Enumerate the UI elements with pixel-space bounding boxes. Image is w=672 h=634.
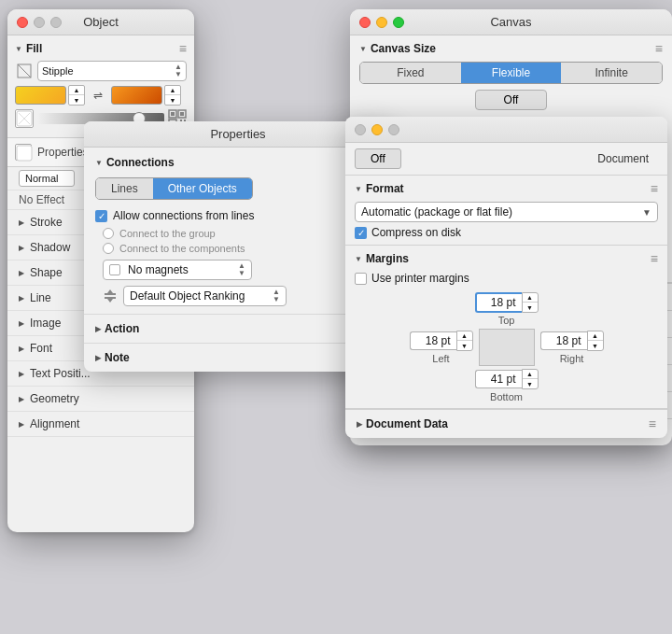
use-printer-label: Use printer margins [371, 272, 469, 285]
margins-menu-icon[interactable]: ≡ [651, 251, 658, 266]
top-up[interactable]: ▲ [523, 293, 538, 303]
bottom-value: 41 pt [491, 373, 516, 386]
object-window-title: Object [83, 15, 119, 29]
use-printer-row: Use printer margins [355, 272, 658, 285]
fill-type-value: Stipple [42, 65, 74, 77]
left-stepper: ▲ ▼ [456, 331, 473, 351]
normal-select[interactable]: Normal [19, 170, 75, 187]
sidebar-item-geometry[interactable]: ▶ Geometry [7, 387, 194, 412]
doc-data-menu-icon[interactable]: ≡ [649, 416, 656, 431]
format-close[interactable] [355, 124, 366, 135]
no-effect-label: No Effect [19, 193, 64, 206]
format-dropdown[interactable]: Automatic (package or flat file) ▼ [355, 202, 658, 222]
image-label: Image [30, 317, 61, 330]
compress-checkbox[interactable]: ✓ [355, 227, 367, 239]
format-minimize[interactable] [371, 124, 383, 135]
sidebar-item-alignment[interactable]: ▶ Alignment [7, 412, 194, 437]
allow-connections-checkbox[interactable]: ✓ [95, 210, 107, 222]
margins-section: ▼ Margins ≡ Use printer margins 18 pt ▲ … [345, 246, 667, 409]
margins-triangle: ▼ [355, 255, 362, 263]
connect-group-label: Connect to the group [119, 228, 216, 239]
doc-data-text: Document Data [366, 417, 448, 430]
left-down[interactable]: ▼ [457, 341, 472, 350]
format-titlebar [345, 117, 667, 143]
document-data-row[interactable]: ▶ Document Data ≡ [345, 409, 667, 438]
tab-other-objects[interactable]: Other Objects [153, 178, 252, 199]
magnets-select[interactable]: No magnets ▲▼ [103, 260, 252, 280]
bottom-up[interactable]: ▲ [523, 370, 538, 379]
bottom-down[interactable]: ▼ [523, 379, 538, 388]
compress-row: ✓ Compress on disk [355, 226, 658, 239]
properties-icon [15, 144, 32, 161]
canvas-off-button[interactable]: Off [475, 90, 548, 110]
fill-menu-icon[interactable]: ≡ [179, 41, 187, 56]
top-down[interactable]: ▼ [523, 303, 538, 312]
magnets-row: No magnets ▲▼ [95, 260, 381, 280]
canvas-size-label: Canvas Size [371, 42, 436, 55]
off-btn[interactable]: Off [355, 148, 401, 169]
note-text: Note [105, 351, 130, 364]
right-swatch-down[interactable]: ▼ [165, 95, 180, 105]
color-swatch-left[interactable] [15, 86, 66, 105]
right-stepper: ▲ ▼ [587, 331, 604, 351]
connect-group-radio[interactable] [103, 228, 114, 239]
right-down[interactable]: ▼ [588, 341, 603, 350]
minimize-button[interactable] [34, 17, 45, 28]
ranking-select[interactable]: Default Object Ranking ▲▼ [123, 286, 287, 306]
fill-type-select[interactable]: Stipple ▲▼ [37, 61, 187, 81]
left-input-row: 18 pt ▲ ▼ [410, 331, 473, 351]
format-maximize[interactable] [388, 124, 399, 135]
note-label: ▶ Note [95, 351, 130, 364]
left-swatch-group: ▲ ▼ [15, 85, 85, 106]
magnets-checkbox[interactable] [109, 264, 120, 275]
swap-colors-icon[interactable]: ⇌ [89, 86, 107, 105]
top-value: 18 pt [491, 296, 516, 309]
svg-rect-16 [105, 293, 116, 295]
close-button[interactable] [17, 17, 28, 28]
bottom-margin-input[interactable]: 41 pt [475, 370, 522, 388]
left-swatch-down[interactable]: ▼ [69, 95, 84, 105]
format-menu-icon[interactable]: ≡ [651, 181, 658, 196]
connect-components-radio[interactable] [103, 243, 114, 254]
action-label: ▶ Action [95, 322, 139, 335]
stroke-label: Stroke [30, 216, 63, 229]
svg-marker-18 [107, 289, 113, 293]
svg-rect-8 [171, 112, 175, 116]
image-triangle: ▶ [19, 319, 24, 328]
maximize-button[interactable] [50, 17, 62, 28]
tab-lines[interactable]: Lines [96, 178, 153, 199]
svg-line-1 [18, 64, 31, 77]
right-swatch-up[interactable]: ▲ [165, 86, 180, 95]
left-up[interactable]: ▲ [457, 331, 472, 341]
left-swatch-stepper: ▲ ▼ [68, 85, 85, 106]
canvas-window-title: Canvas [490, 15, 531, 29]
left-value: 18 pt [426, 334, 451, 347]
canvas-maximize-button[interactable] [393, 17, 404, 28]
doc-data-triangle: ▶ [357, 420, 362, 429]
right-up[interactable]: ▲ [588, 331, 603, 341]
canvas-size-triangle: ▼ [359, 45, 367, 53]
top-input-row: 18 pt ▲ ▼ [475, 292, 539, 313]
tab-infinite[interactable]: Infinite [561, 63, 662, 83]
canvas-size-tabs: Fixed Flexible Infinite [359, 62, 663, 84]
color-swatch-right[interactable] [111, 86, 162, 105]
top-margin-input[interactable]: 18 pt [475, 292, 522, 313]
document-label: Document [597, 152, 658, 165]
canvas-minimize-button[interactable] [376, 17, 387, 28]
canvas-traffic-lights [359, 17, 404, 28]
use-printer-checkbox[interactable] [355, 273, 367, 285]
font-label: Font [30, 342, 52, 355]
document-data-label: ▶ Document Data [357, 417, 448, 430]
tab-flexible[interactable]: Flexible [461, 63, 562, 83]
canvas-size-menu[interactable]: ≡ [655, 41, 663, 56]
left-swatch-up[interactable]: ▲ [69, 86, 84, 95]
canvas-size-title: ▼ Canvas Size [359, 42, 436, 55]
allow-connections-row: ✓ Allow connections from lines [95, 209, 381, 222]
right-margin-input[interactable]: 18 pt [540, 331, 587, 350]
action-text: Action [105, 322, 139, 335]
left-margin-input[interactable]: 18 pt [410, 331, 456, 350]
canvas-close-button[interactable] [359, 17, 371, 28]
shape-label: Shape [30, 266, 63, 279]
tab-fixed[interactable]: Fixed [360, 63, 461, 83]
shadow-label: Shadow [30, 241, 70, 254]
